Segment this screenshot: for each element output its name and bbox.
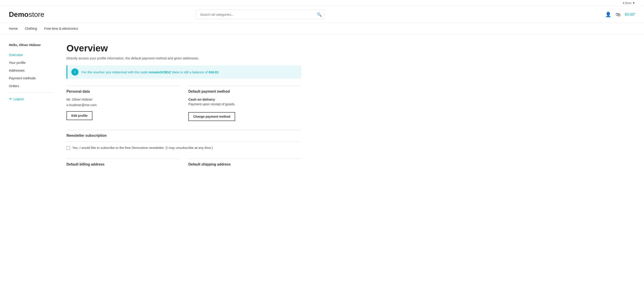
search-button[interactable]: 🔍: [317, 12, 322, 17]
nav-item-clothing[interactable]: Clothing: [25, 26, 37, 30]
personal-data-title: Personal data: [66, 90, 180, 94]
currency-chevron-icon: ▼: [632, 1, 635, 5]
sidebar-item-profile[interactable]: Your profile: [9, 59, 53, 66]
payment-method-title: Default payment method: [188, 90, 302, 94]
payment-method-section: Default payment method Cash on delivery …: [188, 86, 302, 121]
sidebar-nav: Overview Your profile Addresses Payment …: [9, 51, 53, 90]
payment-method-desc: Payment upon receipt of goods.: [188, 102, 302, 106]
voucher-amount: €60.01: [208, 70, 219, 74]
voucher-text: For the voucher you redeemed with the co…: [82, 70, 219, 74]
voucher-info-icon: i: [71, 68, 78, 76]
logout-label: Logout: [14, 97, 24, 101]
newsletter-section: Newsletter subscription Yes, I would lik…: [66, 130, 302, 150]
personal-name: Mr. Oliver Hübner: [66, 98, 180, 101]
search-bar-container: 🔍: [196, 10, 324, 19]
sidebar-item-payment-methods[interactable]: Payment methods: [9, 74, 53, 82]
logout-link[interactable]: ➔ Logout: [9, 95, 53, 102]
personal-email: o.huebner@me.com: [66, 103, 180, 107]
header: Demostore 🔍 👤 🛍 €0.00*: [0, 6, 644, 23]
newsletter-divider: [66, 142, 302, 142]
header-actions: 👤 🛍 €0.00*: [605, 12, 635, 18]
logout-icon: ➔: [9, 97, 12, 101]
address-titles: Default billing address Default shipping…: [66, 159, 302, 166]
logo[interactable]: Demostore: [9, 10, 53, 18]
account-icon[interactable]: 👤: [605, 12, 611, 18]
newsletter-label: Yes, I would like to subscribe to the fr…: [72, 146, 213, 150]
page-subtitle: Directly access your profile information…: [66, 56, 302, 60]
cart-icon[interactable]: 🛍: [616, 12, 620, 18]
search-input[interactable]: [196, 10, 324, 19]
newsletter-checkbox[interactable]: [66, 146, 70, 150]
main-layout: Hello, Oliver Hübner Overview Your profi…: [0, 34, 310, 175]
edit-profile-button[interactable]: Edit profile: [66, 111, 92, 120]
page-title: Overview: [66, 43, 302, 54]
billing-address-title: Default billing address: [66, 159, 180, 166]
sidebar-greeting: Hello, Oliver Hübner: [9, 43, 53, 47]
nav-item-free-time[interactable]: Free time & electronics: [44, 26, 78, 30]
change-payment-button[interactable]: Change payment method: [188, 112, 235, 121]
voucher-banner: i For the voucher you redeemed with the …: [66, 65, 302, 79]
sidebar-item-addresses[interactable]: Addresses: [9, 67, 53, 74]
main-nav: Home Clothing Free time & electronics: [0, 23, 644, 34]
payment-method-name: Cash on delivery: [188, 98, 302, 101]
sidebar-item-overview[interactable]: Overview: [9, 51, 53, 58]
main-content: Overview Directly access your profile in…: [66, 43, 302, 166]
top-bar: € Euro ▼: [0, 0, 644, 6]
logo-rest: store: [28, 10, 44, 18]
sidebar-item-orders[interactable]: Orders: [9, 82, 53, 90]
nav-item-home[interactable]: Home: [9, 26, 18, 30]
voucher-code: remainGCBSZ: [148, 70, 171, 74]
newsletter-checkbox-row: Yes, I would like to subscribe to the fr…: [66, 146, 302, 150]
two-col-section: Personal data Mr. Oliver Hübner o.huebne…: [66, 86, 302, 121]
voucher-text-before: For the voucher you redeemed with the co…: [82, 70, 148, 74]
currency-label: € Euro: [623, 1, 631, 5]
currency-selector[interactable]: € Euro ▼: [623, 1, 635, 5]
shipping-address-title: Default shipping address: [188, 159, 302, 166]
sidebar-divider: [9, 92, 53, 92]
personal-data-section: Personal data Mr. Oliver Hübner o.huebne…: [66, 86, 180, 121]
logo-bold: Demo: [9, 10, 28, 18]
sidebar: Hello, Oliver Hübner Overview Your profi…: [9, 43, 53, 166]
newsletter-title: Newsletter subscription: [66, 134, 302, 138]
cart-amount[interactable]: €0.00*: [625, 13, 635, 16]
voucher-text-middle: there is still a balance of: [171, 70, 208, 74]
search-icon: 🔍: [317, 12, 322, 17]
